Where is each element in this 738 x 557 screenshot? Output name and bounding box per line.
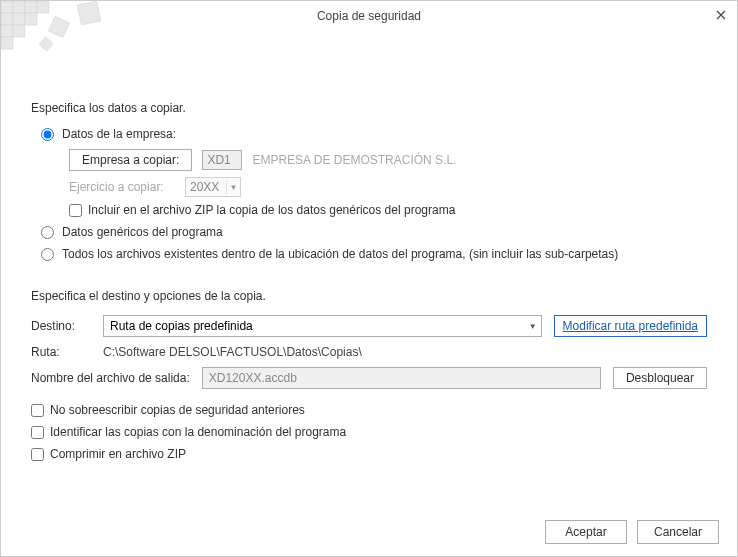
svg-rect-1: [13, 1, 25, 13]
output-filename-label: Nombre del archivo de salida:: [31, 371, 190, 385]
svg-rect-3: [37, 1, 49, 13]
svg-rect-7: [1, 25, 13, 37]
desbloquear-button[interactable]: Desbloquear: [613, 367, 707, 389]
output-filename-input: [202, 367, 601, 389]
svg-rect-10: [48, 16, 69, 37]
ejercicio-value: [186, 178, 226, 196]
radio-datos-empresa-label: Datos de la empresa:: [62, 127, 176, 141]
radio-datos-genericos-label: Datos genéricos del programa: [62, 225, 223, 239]
ruta-value: C:\Software DELSOL\FACTUSOL\Datos\Copias…: [103, 345, 362, 359]
svg-rect-0: [1, 1, 13, 13]
ejercicio-select[interactable]: ▼: [185, 177, 241, 197]
accept-button[interactable]: Aceptar: [545, 520, 627, 544]
radio-datos-empresa[interactable]: [41, 128, 54, 141]
svg-rect-2: [25, 1, 37, 13]
empresa-code-input: [202, 150, 242, 170]
chevron-down-icon: ▼: [226, 181, 240, 194]
checkbox-incluir-zip-genericos-label: Incluir en el archivo ZIP la copia de lo…: [88, 203, 455, 217]
close-icon: [716, 10, 726, 20]
svg-rect-12: [39, 37, 53, 51]
destino-label: Destino:: [31, 319, 91, 333]
app-logo: [1, 1, 111, 61]
modificar-ruta-button[interactable]: Modificar ruta predefinida: [554, 315, 707, 337]
svg-rect-4: [1, 13, 13, 25]
radio-datos-genericos[interactable]: [41, 226, 54, 239]
svg-rect-9: [1, 37, 13, 49]
section2-heading: Especifica el destino y opciones de la c…: [31, 289, 707, 303]
checkbox-comprimir-zip-label: Comprimir en archivo ZIP: [50, 447, 186, 461]
chevron-down-icon[interactable]: ▼: [525, 322, 541, 331]
svg-rect-11: [77, 1, 101, 25]
checkbox-no-sobreescribir[interactable]: [31, 404, 44, 417]
ruta-label: Ruta:: [31, 345, 91, 359]
checkbox-no-sobreescribir-label: No sobreescribir copias de seguridad ant…: [50, 403, 305, 417]
close-button[interactable]: [713, 7, 729, 23]
empresa-copiar-button[interactable]: Empresa a copiar:: [69, 149, 192, 171]
checkbox-incluir-zip-genericos[interactable]: [69, 204, 82, 217]
svg-rect-5: [13, 13, 25, 25]
checkbox-identificar-label: Identificar las copias con la denominaci…: [50, 425, 346, 439]
radio-todos-archivos[interactable]: [41, 248, 54, 261]
checkbox-comprimir-zip[interactable]: [31, 448, 44, 461]
radio-todos-archivos-label: Todos los archivos existentes dentro de …: [62, 247, 618, 261]
section1-heading: Especifica los datos a copiar.: [31, 101, 707, 115]
window-title: Copia de seguridad: [317, 9, 421, 23]
svg-rect-8: [13, 25, 25, 37]
empresa-name-text: EMPRESA DE DEMOSTRACIÓN S.L.: [252, 153, 456, 167]
dialog-footer: Aceptar Cancelar: [545, 520, 719, 544]
ejercicio-label: Ejercicio a copiar:: [69, 180, 175, 194]
svg-rect-6: [25, 13, 37, 25]
titlebar: Copia de seguridad: [1, 1, 737, 31]
destino-combobox[interactable]: ▼: [103, 315, 542, 337]
destino-value: [104, 317, 525, 335]
checkbox-identificar[interactable]: [31, 426, 44, 439]
cancel-button[interactable]: Cancelar: [637, 520, 719, 544]
